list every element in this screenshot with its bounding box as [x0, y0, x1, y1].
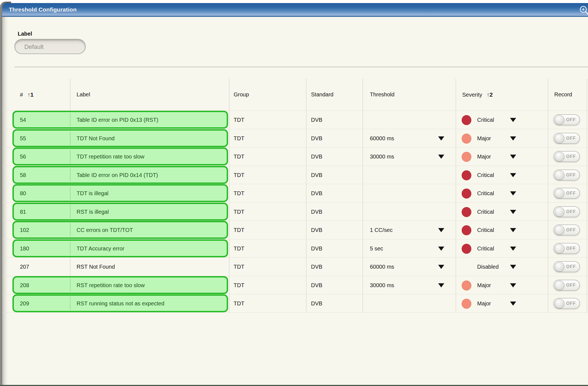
record-toggle[interactable]: OFF: [553, 298, 580, 309]
record-toggle[interactable]: OFF: [553, 151, 580, 162]
table-row[interactable]: 209RST running status not as expectedTDT…: [2, 294, 588, 313]
cell-label: CC errors on TDT/TOT: [77, 221, 133, 239]
severity-dot-icon: [462, 152, 471, 162]
record-toggle[interactable]: OFF: [553, 224, 580, 236]
table-row[interactable]: 207RST Not FoundTDTDVB60000 msDisabledOF…: [2, 257, 588, 276]
label-input[interactable]: Default: [14, 39, 86, 54]
severity-dropdown[interactable]: Critical: [477, 166, 494, 184]
cell-standard: DVB: [311, 221, 322, 239]
cell-label: Table ID error on PID 0x13 (RST): [77, 111, 158, 129]
header-cell-severity[interactable]: Severity↑2: [462, 79, 493, 110]
severity-dropdown[interactable]: Disabled: [477, 258, 499, 276]
severity-dropdown-arrow-icon[interactable]: [510, 173, 516, 177]
table-row[interactable]: 55TDT Not FoundTDTDVB60000 msMajorOFF: [2, 129, 588, 147]
cell-label: TDT Not Found: [77, 129, 114, 147]
threshold-dropdown[interactable]: 30000 ms: [370, 276, 394, 294]
severity-dropdown[interactable]: Major: [477, 147, 491, 166]
record-toggle[interactable]: OFF: [553, 280, 580, 291]
threshold-dropdown[interactable]: 30000 ms: [370, 147, 394, 166]
toggle-state-label: OFF: [566, 262, 576, 272]
header-cell-label[interactable]: Label: [77, 79, 90, 110]
severity-dot-icon: [462, 207, 471, 217]
table-row[interactable]: 56TDT repetition rate too slowTDTDVB3000…: [2, 147, 588, 166]
highlight-column-divider: [70, 297, 70, 310]
header-cell-threshold[interactable]: Threshold: [370, 79, 394, 110]
header-cell-record[interactable]: Record: [554, 79, 572, 110]
cell-label: TDT repetition rate too slow: [77, 147, 144, 166]
severity-dropdown-arrow-icon[interactable]: [510, 283, 516, 287]
toggle-knob: [555, 207, 565, 217]
threshold-dropdown-arrow-icon[interactable]: [438, 283, 444, 287]
record-toggle[interactable]: OFF: [553, 261, 580, 272]
toggle-knob: [555, 189, 565, 198]
severity-dropdown-arrow-icon[interactable]: [510, 265, 516, 269]
cell-group: TDT: [234, 258, 244, 276]
severity-dropdown[interactable]: Critical: [477, 111, 494, 129]
severity-dropdown[interactable]: Critical: [477, 184, 494, 202]
severity-dot-icon: [462, 281, 471, 290]
threshold-dropdown-arrow-icon[interactable]: [438, 265, 444, 269]
window-bottom-edge: [0, 385, 588, 386]
record-toggle[interactable]: OFF: [553, 114, 580, 125]
severity-dropdown[interactable]: Major: [477, 129, 491, 147]
cell-label: RST is illegal: [77, 203, 109, 221]
cell-group: TDT: [234, 239, 244, 258]
severity-dropdown[interactable]: Critical: [477, 221, 494, 239]
table-row[interactable]: 208RST repetition rate too slowTDTDVB300…: [2, 276, 588, 294]
severity-dropdown-arrow-icon[interactable]: [510, 228, 516, 232]
severity-dot-icon: [462, 244, 471, 254]
severity-dropdown-arrow-icon[interactable]: [510, 155, 516, 159]
threshold-dropdown[interactable]: 1 CC/sec: [370, 221, 393, 239]
cell-standard: DVB: [311, 129, 322, 147]
table-row[interactable]: 54Table ID error on PID 0x13 (RST)TDTDVB…: [2, 110, 588, 129]
threshold-dropdown-arrow-icon[interactable]: [438, 247, 444, 251]
cell-group: TDT: [234, 276, 244, 294]
row-highlight: [12, 184, 228, 202]
table-row[interactable]: 102CC errors on TDT/TOTTDTDVB1 CC/secCri…: [2, 221, 588, 239]
header-cell-standard[interactable]: Standard: [311, 79, 333, 110]
record-toggle[interactable]: OFF: [553, 206, 580, 217]
threshold-dropdown[interactable]: 60000 ms: [370, 258, 394, 276]
severity-dot-icon: [462, 189, 471, 199]
header-cell-num[interactable]: #↑1: [20, 79, 33, 110]
record-toggle[interactable]: OFF: [553, 133, 580, 144]
magnifier-plus-icon[interactable]: [579, 5, 588, 16]
table-row[interactable]: 80TDT is illegalTDTDVBCriticalOFF: [2, 184, 588, 202]
toggle-knob: [555, 152, 565, 162]
severity-dropdown[interactable]: Major: [477, 276, 491, 294]
cell-standard: DVB: [311, 166, 322, 184]
severity-dropdown-arrow-icon[interactable]: [510, 247, 516, 251]
record-toggle[interactable]: OFF: [553, 243, 580, 254]
toggle-knob: [555, 134, 565, 143]
toggle-state-label: OFF: [566, 170, 576, 180]
toggle-state-label: OFF: [566, 298, 576, 308]
cell-standard: DVB: [311, 294, 322, 313]
cell-number: 80: [20, 184, 26, 202]
severity-dropdown-arrow-icon[interactable]: [510, 191, 516, 195]
severity-dropdown-arrow-icon[interactable]: [510, 118, 516, 122]
highlight-column-divider: [70, 113, 70, 126]
severity-dropdown-arrow-icon[interactable]: [510, 136, 516, 141]
table-row[interactable]: 180TDT Accuracy errorTDTDVB5 secCritical…: [2, 239, 588, 258]
toggle-state-label: OFF: [566, 244, 576, 253]
threshold-dropdown[interactable]: 5 sec: [370, 239, 383, 258]
threshold-dropdown[interactable]: 60000 ms: [370, 129, 394, 147]
record-toggle[interactable]: OFF: [553, 170, 580, 181]
record-toggle[interactable]: OFF: [553, 188, 580, 199]
header-label: Label: [77, 91, 90, 97]
table-row[interactable]: 81RST is illegalTDTDVBCriticalOFF: [2, 202, 588, 221]
table-row[interactable]: 58Table ID error on PID 0x14 (TDT)TDTDVB…: [2, 166, 588, 184]
threshold-dropdown-arrow-icon[interactable]: [438, 228, 444, 232]
severity-dropdown-arrow-icon[interactable]: [510, 302, 516, 306]
severity-dropdown[interactable]: Major: [477, 294, 491, 313]
row-highlight: [12, 203, 228, 221]
cell-label: RST repetition rate too slow: [77, 276, 145, 294]
severity-dropdown[interactable]: Critical: [477, 203, 494, 221]
threshold-dropdown-arrow-icon[interactable]: [438, 155, 444, 159]
header-label: Severity: [462, 92, 482, 98]
cell-number: 58: [20, 166, 26, 184]
threshold-dropdown-arrow-icon[interactable]: [438, 136, 444, 141]
severity-dropdown[interactable]: Critical: [477, 239, 494, 258]
severity-dropdown-arrow-icon[interactable]: [510, 210, 516, 214]
header-cell-group[interactable]: Group: [234, 79, 249, 110]
